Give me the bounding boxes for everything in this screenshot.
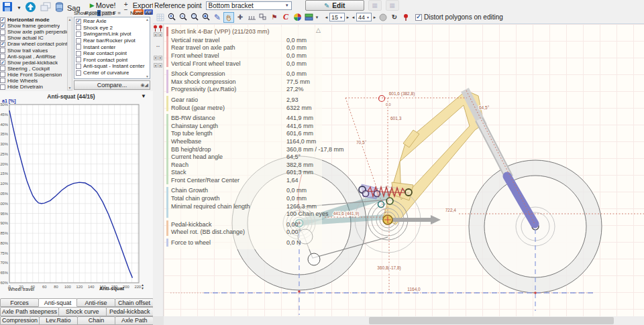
rotate-icon[interactable]: ↻ (389, 12, 400, 23)
chainring-prev-arrow[interactable]: ◄ (351, 15, 356, 19)
checkbox[interactable] (0, 54, 5, 59)
tab-lev-ratio[interactable]: Lev.Ratio (39, 316, 78, 325)
checkbox[interactable]: ✓ (76, 19, 81, 24)
chart-spinner[interactable]: ▲▼ (141, 283, 144, 290)
zoom-in-icon[interactable] (166, 12, 177, 23)
cog-next-arrow[interactable]: ► (345, 15, 350, 19)
view-options-scrollbar[interactable]: ▲▼ (67, 17, 72, 90)
tab-shock-curve[interactable]: Shock curve (58, 307, 106, 316)
shock-eye-pivot[interactable] (405, 189, 412, 196)
checkbox[interactable] (0, 72, 5, 77)
checkbox[interactable] (0, 78, 5, 83)
database-icon[interactable] (55, 1, 64, 13)
view-option-2[interactable]: Show axle path perpendicu (0, 29, 67, 35)
chart-dropdown-icon[interactable]: ▼ (141, 93, 146, 99)
point-path-1[interactable]: Shock eye 2 (76, 25, 150, 31)
draw-tool-icon[interactable]: ✎ (212, 12, 223, 23)
link-pivot[interactable] (363, 191, 369, 197)
checkbox[interactable] (0, 29, 5, 35)
view-option-0[interactable]: ✓Horizontal mode (0, 17, 67, 23)
select-none-link[interactable]: None (130, 10, 143, 16)
tab-forces[interactable]: Forces (0, 298, 39, 307)
scroll-down-button[interactable]: ▼ (158, 56, 162, 60)
wheel-circle-button[interactable] (378, 12, 388, 23)
checkbox[interactable]: ✓ (0, 23, 5, 29)
view-option-5[interactable]: Show trail values (0, 47, 67, 53)
copy-icon[interactable] (40, 1, 52, 13)
view-option-4[interactable]: ✓Draw wheel contact points (0, 41, 67, 47)
view-option-1[interactable]: ✓Show frame geometry (0, 23, 67, 29)
checkbox[interactable] (0, 66, 5, 71)
reference-point-select[interactable]: Bottom bracket ▼ (206, 1, 292, 10)
save-button[interactable] (2, 1, 13, 13)
point-path-5[interactable]: Rear contact point (76, 50, 150, 57)
point-path-0[interactable]: ✓Rear Axle (76, 18, 150, 25)
layers-dropdown-icon[interactable]: ▼ (315, 15, 319, 19)
save-dropdown-icon[interactable]: ▼ (17, 5, 21, 10)
checkbox[interactable] (76, 31, 81, 37)
chainring-next-arrow[interactable]: ► (372, 15, 377, 19)
curvature-icon[interactable]: C (280, 12, 291, 23)
checkbox[interactable] (76, 44, 81, 50)
scroll-up-button[interactable]: ▲ (158, 63, 162, 68)
checkbox[interactable] (76, 64, 81, 69)
pin-icon[interactable] (400, 12, 411, 23)
view-option-10[interactable]: Hide Wheels (0, 78, 67, 84)
rocker-pivot[interactable] (386, 198, 393, 204)
pan-tool-icon[interactable] (223, 12, 234, 23)
grid-toggle-icon[interactable] (155, 12, 166, 23)
chainring-select[interactable]: 44 ▼ (356, 13, 372, 21)
pin-icon[interactable] (153, 25, 158, 32)
checkbox[interactable] (76, 57, 81, 62)
scroll-up-button[interactable]: ▲ (154, 32, 158, 37)
layers-icon[interactable] (303, 12, 314, 23)
tab-anti-rise[interactable]: Anti-rise (76, 298, 115, 307)
color-wheel-icon[interactable] (292, 12, 303, 23)
point-paths-scrollbar[interactable]: ▲▼ (145, 17, 150, 78)
tab-chain[interactable]: Chain (77, 316, 116, 325)
checkbox[interactable] (76, 25, 81, 30)
point-path-4[interactable]: Instant center (76, 44, 150, 50)
zoom-out-icon[interactable] (178, 12, 189, 23)
compare-options-icon[interactable]: ◉◢ (141, 82, 149, 88)
scroll-down-button[interactable]: ▼ (154, 56, 158, 60)
tab-anti-squat[interactable]: Anti-squat (38, 298, 77, 307)
tab-axle-path-steepness[interactable]: Axle Path steepness (0, 307, 59, 316)
distort-checkbox[interactable]: ✓ Distort polygons on editing (415, 13, 503, 21)
scale-icon[interactable] (258, 12, 268, 23)
checkbox[interactable] (76, 38, 81, 44)
travel-marker[interactable] (379, 96, 385, 102)
scroll-up-button[interactable]: ▲ (158, 32, 162, 37)
move-points-icon[interactable]: ✚ (235, 12, 246, 23)
move-button[interactable]: ▶ Move! (90, 1, 116, 9)
view-option-8[interactable]: Steering , Cockpit (0, 66, 67, 72)
checkbox[interactable]: ✓ (415, 14, 422, 21)
scrollbar-thumb[interactable] (369, 317, 614, 324)
point-path-2[interactable]: Swingarm/Link pivot (76, 31, 150, 38)
checkbox[interactable] (0, 36, 5, 41)
tab-compression[interactable]: Compression (0, 316, 40, 325)
checkbox[interactable]: ✓ (0, 60, 5, 65)
point-path-7[interactable]: Anti-squat - Instant center (76, 63, 150, 70)
checkbox[interactable]: ✓ (0, 17, 5, 23)
checkbox[interactable] (76, 51, 81, 56)
view-option-11[interactable]: Hide Drivetrain (0, 84, 67, 90)
view-option-6[interactable]: Anti-squat , AntiRise (0, 54, 67, 60)
point-path-8[interactable]: Center of curvature (76, 70, 150, 76)
tab-chain-offset[interactable]: Chain offset (115, 298, 154, 307)
edit-button[interactable]: ✎ Edit (305, 0, 364, 11)
tab-axle-path[interactable]: Axle Path (115, 316, 154, 325)
flag-icon[interactable]: ⚑ (269, 12, 280, 23)
view-option-9[interactable]: Hide Front Suspension (0, 72, 67, 78)
cog-select[interactable]: 15 ▼ (329, 13, 345, 21)
redo-button[interactable]: ▦ (386, 0, 399, 11)
checkbox[interactable] (0, 84, 5, 90)
checkbox[interactable]: ✓ (0, 42, 5, 47)
upload-icon[interactable] (25, 1, 36, 13)
point-path-6[interactable]: Front contact point (76, 57, 150, 64)
cog-prev-arrow[interactable]: ◄ (324, 15, 329, 19)
canvas-horizontal-scrollbar[interactable] (164, 316, 644, 325)
checkbox[interactable] (0, 48, 5, 53)
zoom-fit-icon[interactable] (201, 12, 211, 23)
scroll-up-button[interactable]: ▲ (154, 63, 158, 68)
